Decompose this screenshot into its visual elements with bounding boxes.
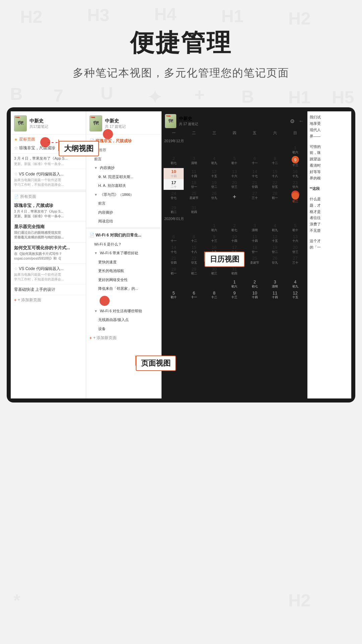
cal-day-2[interactable]: 2初七 [164,155,184,168]
cal-day-jan-31[interactable]: 31初四 [224,266,244,276]
cal-day-25[interactable]: 25圣诞节 [184,190,204,204]
cal-day-jan-25[interactable]: 25圣诞节 [245,255,265,265]
cal-day-jan-2[interactable]: 2初七 [224,222,244,233]
add-page-mid[interactable]: + + 添加新页面 [86,333,161,343]
outline-item[interactable]: Ф. М. 陀思妥耶夫斯... [86,172,161,181]
cal-day-19[interactable]: 19廿二 [204,179,224,190]
cal-day-27[interactable]: 27三十 [245,190,265,204]
gear-icon[interactable]: ⚙ [290,118,295,124]
cal-day-jan-8[interactable]: 8十二 [184,233,204,244]
cal-day-jan-5[interactable]: 5初十 [285,222,305,233]
add-page-left[interactable]: + + 添加新页面 [11,295,86,305]
cal-day-23[interactable]: 23廿六 [285,179,305,190]
cal-day-15[interactable]: 15十八 [265,168,285,179]
cal-day-e6[interactable]: 6十一 [184,289,204,300]
cal-day-e4[interactable]: 4初九 [285,278,305,289]
list-item[interactable]: 显示器完全指南 我们通过自己的眼睛感受现实世受着毫无束缚的视野与绚烂缤纷... [11,221,86,243]
outline-item[interactable]: 更快的速度 [86,258,161,267]
cal-day-12[interactable]: 12十五 [204,168,224,179]
outline-item[interactable]: 更好的网络安全性 [86,275,161,284]
list-item[interactable]: 如何交互可视化你的卡片式... 在《[如何高效实践卡片式写作？sspai.com… [11,243,86,264]
cal-day-jan-14[interactable]: 14十七 [164,244,184,255]
cal-day-jan-1[interactable]: 1初六 [204,222,224,233]
cal-day-16[interactable]: 16十九 [285,168,305,179]
cal-day-31[interactable]: 31初四 [184,204,204,215]
cal-day-e3[interactable]: 3清明 [265,278,285,289]
cal-day-5[interactable]: 5初十 [224,155,244,168]
list-item[interactable]: ☆ VS Code 代码编辑器入... 如果当电脑只能装一个软件还需学习工作时，… [11,169,86,190]
cal-day-jan-18[interactable]: 18廿一 [245,244,265,255]
cal-day-jan-29[interactable]: 29初二 [184,266,204,276]
outline-item[interactable]: 无线路由器/接入点 [86,315,161,324]
cal-day-jan-10[interactable]: 10十四 [224,233,244,244]
outline-item[interactable]: 前言 [86,199,161,208]
cal-day-jan-27[interactable]: 27三十 [285,255,305,265]
cal-day-1[interactable]: 1初六 [285,144,305,155]
outline-item[interactable]: ▼ Wi-Fi 6 带来了哪些好处 [86,249,161,258]
cal-day-10[interactable]: 10十四 [164,168,184,179]
cal-day-13[interactable]: 13十六 [224,168,244,179]
cal-day-3[interactable]: 3清明 [184,155,204,168]
list-item[interactable]: 零基础快读 上手的设计 [11,284,86,295]
cal-day-e11[interactable]: 11十四 [265,289,285,300]
cal-day-17[interactable]: 17二十 [164,179,184,190]
outline-item[interactable]: Н. А. 别尔嘉耶夫 [86,181,161,190]
nb-info-left: 中新史 共17篇笔记 [29,118,48,129]
outline-item[interactable]: 降低来自「邻居家」的... [86,284,161,293]
cal-day-e2[interactable]: 2初七 [245,278,265,289]
cal-day-e10[interactable]: 10十四 [245,289,265,300]
back-icon[interactable]: ← [299,118,304,124]
cal-day-e9[interactable]: 9十三 [224,289,244,300]
cal-day-jan-12[interactable]: 12十五 [265,233,285,244]
cal-day-14[interactable]: 14十七 [245,168,265,179]
cal-day-jan-20[interactable]: 20廿三 [285,244,305,255]
cal-day-18[interactable]: 18廿一 [184,179,204,190]
cal-day-jan-21[interactable]: 21廿四 [164,255,184,265]
outline-item[interactable]: ▼ 《罪与罚》（1866） [86,190,161,199]
list-item[interactable]: 琼瑰非宝，尺牍成珍 3 月 4 日，苹果发布了《App S...更新。新版《标准… [11,200,86,221]
outline-item[interactable]: ▼ 内容摘抄 [86,163,161,172]
cal-day-30[interactable]: 30 初三 [285,190,305,204]
nb-info-right: 中新史 共 17 篇笔记 [179,116,198,126]
outline-item[interactable]: 内容摘抄 [86,208,161,217]
cal-day-jan-22[interactable]: 22廿五 [184,255,204,265]
cal-day-jan-15[interactable]: 15十八 [184,244,204,255]
cal-day-21[interactable]: 21廿四 [245,179,265,190]
cal-day-6[interactable]: 6十一 [245,155,265,168]
cal-day-24[interactable]: 24廿七 [164,190,184,204]
cal-day-8[interactable]: 8十二 [265,155,285,168]
cal-day-e12[interactable]: 12十五 [285,289,305,300]
cal-day-jan-6[interactable]: 6十一 [164,233,184,244]
hero-section: 便捷管理 多种笔记本视图，多元化管理您的笔记页面 [0,0,362,94]
cal-day-jan-4[interactable]: 4初九 [265,222,285,233]
cal-day-11[interactable]: 11十四 [184,168,204,179]
cal-day-jan-11[interactable]: 11十四 [245,233,265,244]
outline-item[interactable]: 设备 [86,324,161,333]
cal-day-jan-3[interactable]: 3清明 [245,222,265,233]
cal-day-e1[interactable]: 1初六 [224,278,244,289]
cal-day-29[interactable]: 29初二 [164,204,184,215]
cal-day-jan-9[interactable]: 9十三 [204,233,224,244]
cal-day-jan-19[interactable]: 19廿二 [265,244,285,255]
cal-day-4[interactable]: 4初九 [204,155,224,168]
cal-day-e5[interactable]: 5初十 [164,289,184,300]
month-label-jan: 2020年01月 [162,215,307,222]
cal-day-e8[interactable]: 8十二 [204,289,224,300]
cal-day-22[interactable]: 22廿五 [265,179,285,190]
cal-day-jan-26[interactable]: 26廿九 [265,255,285,265]
cal-day-jan-13[interactable]: 13十六 [285,233,305,244]
outline-item[interactable]: ▼ Wi-Fi 6 对生活有哪些帮助 [86,307,161,316]
outline-item[interactable]: Wi-Fi 6 是什么？ [86,240,161,249]
cal-day-28[interactable]: 28初一 [265,190,285,204]
outline-item[interactable]: 阅读总结 [86,217,161,226]
cal-day-jan-30[interactable]: 30初三 [204,266,224,276]
cal-day-9-today[interactable]: 9十三 [285,155,305,168]
cal-empty [245,144,265,155]
cal-day-26[interactable]: 26廿九 [204,190,224,204]
outline-item[interactable]: 更长的电池续航 [86,266,161,275]
cal-day-jan-28[interactable]: 28初一 [164,266,184,276]
list-item[interactable]: ☆ VS Code 代码编辑器入... 如果当电脑只能装一个软件还需学习工作时，… [11,264,86,284]
cal-day-20[interactable]: 20廿三 [224,179,244,190]
cal-add-cell[interactable]: + [224,190,244,204]
outline-section[interactable]: 📄 Wi-Fi 6 对我们的日常生... [86,230,161,240]
